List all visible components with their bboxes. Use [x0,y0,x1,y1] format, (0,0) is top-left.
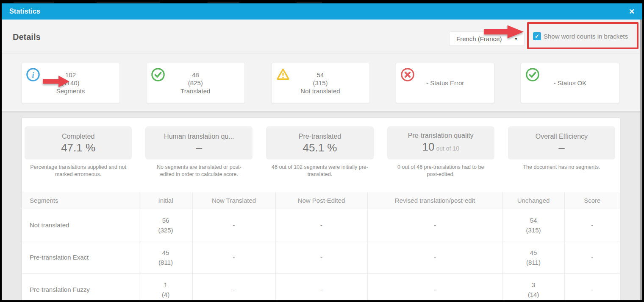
metric-pre-translated: Pre-translated 45.1 % [266,126,373,159]
metric-value-suffix: out of 10 [436,145,459,152]
cell-unchanged: 45(811) [502,241,564,274]
cell-revised: - [367,274,502,302]
cell-now-translated: - [192,241,275,274]
segments-table: Segments Initial Now Translated Now Post… [22,192,620,302]
vertical-scrollbar[interactable] [640,20,642,300]
svg-text:i: i [32,71,34,79]
metric-overall-efficiency: Overall Efficiency – [508,126,615,159]
status-card-text: 102 (1140) Segments [56,71,85,95]
cell-initial: 1(4) [139,274,192,302]
cell-score: - [564,274,620,302]
page-title: Details [13,32,41,42]
metric-description: No segments are translated or post-edite… [145,164,253,178]
dialog-titlebar: Statistics ✕ [0,3,644,20]
status-card-segments: i 102 (1140) Segments [21,63,120,103]
translated-count: 48 [180,71,210,79]
check-icon [525,67,540,82]
metric-description: Percentage translations supplied and not… [25,164,132,178]
not-translated-count: 54 [300,71,340,79]
segment-label: Segments [56,87,85,95]
metric-title: Pre-translation quality [408,132,474,140]
cell-score: - [564,209,620,241]
language-dropdown[interactable]: French (France) ▼ [449,31,525,46]
col-header-score: Score [564,192,620,209]
status-card-text: - Status OK [554,79,587,87]
segment-word-count: (1140) [56,79,85,87]
dialog-title: Statistics [9,8,40,15]
chevron-down-icon: ▼ [514,36,518,41]
metric-value-number: 47.1 % [61,141,95,154]
metric-description: The document has no segments. [508,164,615,178]
segment-count: 102 [56,71,85,79]
metric-human-translation-quality: Human translation qu... – [145,126,253,159]
info-icon: i [26,67,40,82]
status-card-not-translated: 54 (315) Not translated [271,63,370,103]
cell-unchanged: 54(315) [502,209,564,241]
row-label: Pre-translation Exact [22,241,139,274]
col-header-unchanged: Unchanged [502,192,564,209]
statistics-panel: Completed 47.1 % Human translation qu...… [22,118,620,302]
metric-value: 45.1 % [303,142,337,153]
details-header: Details French (France) ▼ ✓ Show word co… [0,20,644,53]
col-header-now-translated: Now Translated [192,192,275,209]
table-row: Pre-translation Exact 45(811) - - - 45(8… [22,241,620,274]
word-count-checkbox-group: ✓ Show word counts in brackets [533,32,628,40]
cell-now-post-edited: - [275,274,367,302]
cell-now-post-edited: - [275,241,367,274]
cell-now-translated: - [192,274,275,302]
word-count-checkbox-label[interactable]: Show word counts in brackets [544,33,628,40]
obscured-background-content [208,0,239,3]
col-header-initial: Initial [139,192,192,209]
cell-revised: - [367,241,502,274]
metric-completed: Completed 47.1 % [25,126,132,159]
not-translated-word-count: (315) [300,79,340,87]
metric-value-number: 45.1 % [303,141,337,154]
table-row: Not translated 56(325) - - - 54(315) - [22,209,620,241]
metric-value: – [558,142,564,153]
col-header-segments: Segments [22,192,139,209]
table-header-row: Segments Initial Now Translated Now Post… [22,192,620,209]
status-card-error: - Status Error [396,63,494,103]
table-row: Pre-translation Fuzzy 1(4) - - - 3(14) - [22,274,620,302]
metric-value: – [196,142,202,153]
status-error-label: - Status Error [426,79,464,87]
language-dropdown-value: French (France) [456,35,514,42]
metric-description: 0 out of 46 pre-translations had to be p… [387,164,494,178]
status-ok-label: - Status OK [554,79,587,87]
cell-unchanged: 3(14) [502,274,564,302]
col-header-revised: Revised translation/post-edit [367,192,502,209]
metric-description: 46 out of 102 segments were initially pr… [266,164,373,178]
close-icon[interactable]: ✕ [625,3,638,20]
metric-value: 10out of 10 [422,141,459,154]
cell-score: - [564,241,620,274]
obscured-background-content [14,0,54,3]
cell-now-post-edited: - [275,209,367,241]
cell-initial: 45(811) [139,241,192,274]
metric-pre-translation-quality: Pre-translation quality 10out of 10 [387,126,494,159]
metric-value-number: 10 [422,140,435,153]
status-card-translated: 48 (825) Translated [146,63,245,103]
status-summary-section: i 102 (1140) Segments 48 (825) [0,53,644,112]
metric-value-number: – [196,141,202,154]
status-card-text: 48 (825) Translated [180,71,210,95]
metric-descriptions-row: Percentage translations supplied and not… [22,164,620,178]
metrics-row: Completed 47.1 % Human translation qu...… [22,118,620,159]
row-label: Not translated [22,209,139,241]
metric-title: Overall Efficiency [536,133,588,140]
cell-now-translated: - [192,209,275,241]
cell-initial: 56(325) [139,209,192,241]
word-count-checkbox[interactable]: ✓ [533,32,541,40]
status-card-ok: - Status OK [521,63,619,103]
check-icon [151,67,165,82]
warning-icon [276,67,290,82]
metric-title: Human translation qu... [164,133,234,140]
col-header-now-post-edited: Now Post-Edited [275,192,367,209]
translated-label: Translated [180,87,210,95]
statistics-dialog: Statistics ✕ Details French (France) ▼ ✓… [0,0,644,302]
metric-title: Completed [62,133,94,140]
status-card-text: - Status Error [426,79,464,87]
status-card-text: 54 (315) Not translated [300,71,340,95]
translated-word-count: (825) [180,79,210,87]
metric-value: 47.1 % [61,142,95,153]
metric-value-number: – [558,141,564,154]
